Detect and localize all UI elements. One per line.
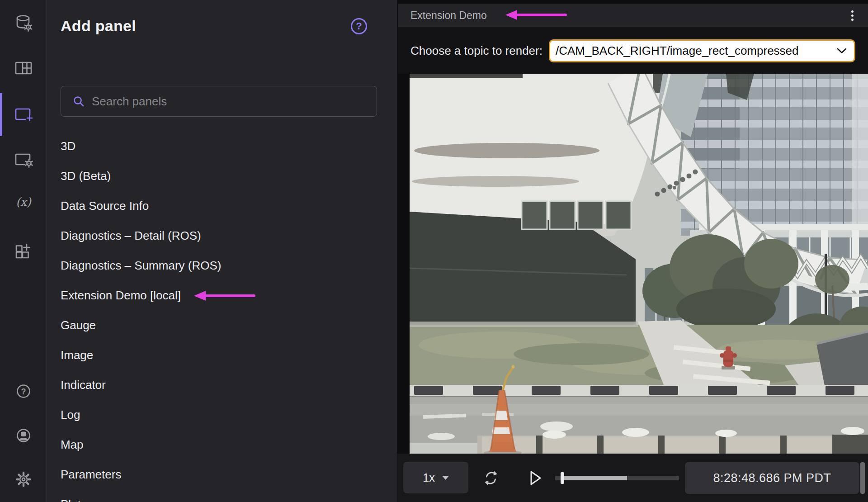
account-icon: [13, 425, 34, 446]
panel-help-button[interactable]: ?: [351, 18, 367, 34]
panel-list-item-extension-demo[interactable]: Extension Demo [local]: [47, 280, 397, 310]
kebab-dot: [851, 19, 854, 21]
search-input[interactable]: [92, 95, 345, 109]
loop-button[interactable]: [480, 467, 502, 489]
panel-header: Extension Demo: [398, 4, 868, 27]
extension-demo-panel: Extension Demo Choose a topic to render:…: [397, 0, 868, 502]
playback-progress-thumb[interactable]: [561, 472, 564, 484]
kebab-dot: [851, 14, 854, 17]
playback-buffered-fill: [562, 476, 627, 480]
kebab-dot: [851, 10, 854, 13]
panel-settings-icon: [13, 149, 34, 170]
panel-list-item[interactable]: Indicator: [47, 370, 397, 400]
camera-image: [410, 74, 868, 454]
extensions-icon: [13, 240, 34, 260]
topic-select[interactable]: /CAM_BACK_RIGHT/image_rect_compressed: [549, 39, 855, 62]
help-button[interactable]: ?: [13, 381, 34, 402]
topic-select-value: /CAM_BACK_RIGHT/image_rect_compressed: [556, 44, 799, 58]
layouts-button[interactable]: [13, 57, 34, 78]
panel-list: 3D 3D (Beta) Data Source Info Diagnostic…: [47, 131, 397, 502]
panel-list-item[interactable]: Data Source Info: [47, 191, 397, 221]
panel-list-item[interactable]: 3D (Beta): [47, 161, 397, 191]
topic-label: Choose a topic to render:: [410, 44, 542, 58]
panel-list-item[interactable]: Log: [47, 400, 397, 430]
playback-speed-button[interactable]: 1x: [403, 462, 468, 493]
settings-button[interactable]: [13, 469, 34, 490]
database-settings-icon: [13, 13, 34, 34]
layout-grid-icon: [13, 57, 34, 78]
search-box[interactable]: [61, 86, 377, 117]
active-tab-indicator: [0, 93, 2, 136]
scrollbar-strip[interactable]: [860, 462, 865, 494]
extensions-button[interactable]: [13, 240, 34, 260]
playback-bar: 1x 8:28:48.686 PM PDT: [397, 454, 868, 502]
panel-menu-button[interactable]: [845, 9, 859, 22]
loop-icon: [480, 467, 502, 489]
search-icon: [73, 95, 85, 107]
panel-list-item[interactable]: Diagnostics – Detail (ROS): [47, 221, 397, 251]
data-source-button[interactable]: [13, 13, 34, 34]
panel-list-item[interactable]: Map: [47, 430, 397, 459]
variables-icon: (x): [13, 192, 34, 213]
panel-list-item[interactable]: Diagnostics – Summary (ROS): [47, 251, 397, 280]
timestamp-display[interactable]: 8:28:48.686 PM PDT: [685, 462, 859, 494]
add-panel-button[interactable]: [13, 104, 34, 124]
variables-button[interactable]: (x): [13, 192, 34, 213]
panel-settings-button[interactable]: [13, 149, 34, 170]
add-panel-icon: [13, 104, 34, 124]
help-icon: ?: [13, 381, 34, 402]
play-icon: [524, 467, 546, 489]
add-panel-sidebar: Add panel ? 3D 3D (Beta) Data Source Inf…: [47, 0, 397, 502]
panel-list-item[interactable]: Parameters: [47, 459, 397, 489]
chevron-down-icon: [837, 48, 847, 54]
account-button[interactable]: [13, 425, 34, 446]
panel-list-item[interactable]: Plot: [47, 489, 397, 502]
caret-down-icon: [442, 476, 449, 480]
camera-image-scene: [410, 74, 868, 454]
left-sidebar: (x) ?: [0, 0, 47, 502]
playback-slider[interactable]: [555, 476, 679, 480]
annotation-arrow-header: [505, 9, 567, 21]
panel-list-item[interactable]: Image: [47, 340, 397, 370]
play-button[interactable]: [524, 467, 546, 489]
topic-row: Choose a topic to render: /CAM_BACK_RIGH…: [398, 27, 868, 74]
gear-icon: [13, 469, 34, 490]
playback-speed-value: 1x: [423, 471, 434, 484]
panel-list-item[interactable]: 3D: [47, 131, 397, 161]
svg-text:(x): (x): [16, 195, 32, 208]
panel-list-item[interactable]: Gauge: [47, 310, 397, 340]
panel-title: Extension Demo: [410, 9, 487, 22]
page-title: Add panel: [61, 17, 136, 35]
svg-text:?: ?: [21, 387, 26, 396]
